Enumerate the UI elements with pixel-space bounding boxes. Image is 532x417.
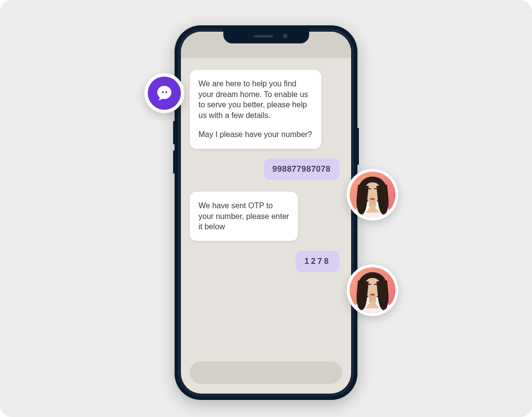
canvas: We are here to help you find your dream …	[0, 0, 532, 417]
chat-thread: We are here to help you find your dream …	[181, 58, 351, 394]
phone-notch	[223, 29, 309, 43]
phone-screen: We are here to help you find your dream …	[181, 32, 351, 394]
bot-message: We are here to help you find your dream …	[190, 70, 321, 149]
chat-input[interactable]	[190, 361, 342, 384]
bot-message-text: We have sent OTP to your number, please …	[198, 201, 289, 231]
power-button	[357, 128, 359, 165]
user-avatar	[347, 264, 398, 316]
volume-down-button	[173, 150, 175, 174]
bot-icon-badge	[144, 73, 184, 113]
chat-bubble-icon	[148, 77, 181, 110]
phone-frame: We are here to help you find your dream …	[175, 25, 357, 400]
phone-bezel: We are here to help you find your dream …	[178, 29, 354, 397]
user-message: 998877987078	[264, 159, 339, 180]
user-avatar	[347, 169, 398, 220]
bot-message-text: May I please have your number?	[198, 129, 313, 140]
svg-point-1	[165, 91, 167, 93]
svg-point-0	[162, 91, 164, 93]
user-message-otp: 1278	[296, 251, 339, 272]
bot-message-text: We are here to help you find your dream …	[198, 79, 313, 120]
bot-message: We have sent OTP to your number, please …	[190, 192, 298, 241]
volume-up-button	[173, 121, 175, 144]
